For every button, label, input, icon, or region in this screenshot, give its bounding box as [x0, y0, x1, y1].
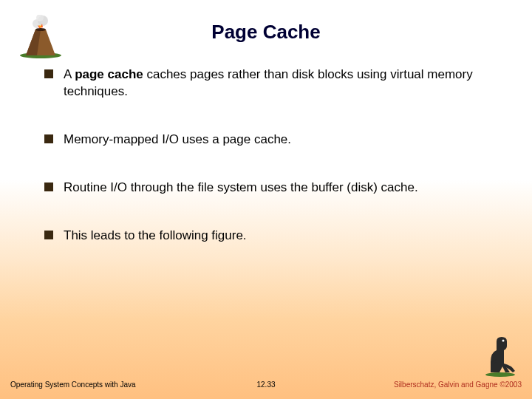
bullet-icon — [44, 231, 53, 239]
dinosaur-icon — [482, 334, 519, 377]
footer-copyright: Silberschatz, Galvin and Gagne ©2003 — [394, 381, 522, 389]
bullet-text: Routine I/O through the file system uses… — [64, 180, 502, 197]
bullet-icon — [44, 134, 53, 143]
svg-point-1 — [35, 28, 46, 31]
footer-book-title: Operating System Concepts with Java — [10, 381, 136, 389]
list-item: Memory-mapped I/O uses a page cache. — [44, 132, 502, 149]
bullet-text: A page cache caches pages rather than di… — [64, 66, 502, 100]
list-item: A page cache caches pages rather than di… — [44, 66, 502, 100]
bullet-icon — [44, 183, 53, 191]
volcano-icon — [15, 15, 66, 59]
svg-point-6 — [502, 340, 505, 342]
list-item: Routine I/O through the file system uses… — [44, 180, 502, 197]
footer: Operating System Concepts with Java 12.3… — [10, 381, 522, 389]
footer-page-number: 12.33 — [256, 381, 275, 389]
list-item: This leads to the following figure. — [44, 228, 502, 245]
bullet-icon — [44, 69, 53, 78]
page-title: Page Cache — [0, 0, 532, 44]
svg-point-5 — [485, 372, 515, 377]
bullet-text: Memory-mapped I/O uses a page cache. — [64, 132, 502, 149]
bullet-text: This leads to the following figure. — [64, 228, 502, 245]
bullet-list: A page cache caches pages rather than di… — [44, 66, 502, 276]
